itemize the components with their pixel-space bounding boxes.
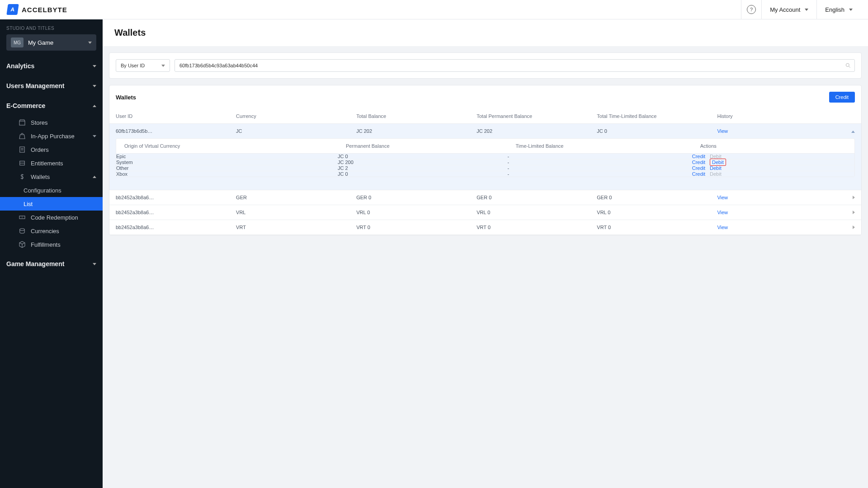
account-dropdown[interactable]: My Account xyxy=(762,0,816,19)
game-selector[interactable]: MG My Game xyxy=(6,34,96,51)
search-panel: By User ID xyxy=(109,52,862,79)
cell-total: VRL 0 xyxy=(350,205,470,220)
chevron-down-icon xyxy=(805,9,808,11)
nav-label: Currencies xyxy=(31,228,59,235)
chevron-down-icon xyxy=(93,263,96,265)
svg-point-9 xyxy=(20,229,25,231)
cell-permanent: VRT 0 xyxy=(470,220,590,235)
header-right: ? My Account English xyxy=(741,0,861,19)
brand-name: ACCELBYTE xyxy=(22,6,67,14)
wallet-row[interactable]: 60fb173b6d5b…JCJC 202JC 202JC 0View xyxy=(109,124,861,139)
nav-wallets-configurations[interactable]: Configurations xyxy=(0,183,103,197)
view-history-link[interactable]: View xyxy=(717,128,728,134)
cell-currency: VRT xyxy=(230,220,350,235)
nav-analytics[interactable]: Analytics xyxy=(0,56,103,76)
cell-origin: Xbox xyxy=(116,171,338,177)
view-history-link[interactable]: View xyxy=(717,195,728,200)
chevron-up-icon[interactable] xyxy=(851,131,855,133)
help-icon: ? xyxy=(747,5,756,14)
nav-ecommerce[interactable]: E-Commerce xyxy=(0,96,103,116)
ticket-icon xyxy=(18,213,26,221)
bag-icon xyxy=(18,132,26,140)
sidebar: STUDIO AND TITLES MG My Game Analytics U… xyxy=(0,19,103,488)
credit-action[interactable]: Credit xyxy=(692,160,705,165)
chevron-down-icon xyxy=(161,65,165,67)
search-input[interactable] xyxy=(175,59,855,72)
col-permanent-balance: Permanent Balance xyxy=(338,139,508,154)
nav-orders[interactable]: Orders xyxy=(0,143,103,156)
svg-line-12 xyxy=(849,66,850,68)
language-dropdown[interactable]: English xyxy=(817,0,861,19)
credit-action[interactable]: Credit xyxy=(692,171,705,177)
nav-wallets[interactable]: Wallets xyxy=(0,170,103,183)
cell-permanent-balance: JC 200 xyxy=(338,160,508,165)
nav-users-management[interactable]: Users Management xyxy=(0,76,103,96)
cell-user-id: bb2452a3b8a6… xyxy=(109,190,230,205)
wallet-row[interactable]: bb2452a3b8a6…VRLVRL 0VRL 0VRL 0View xyxy=(109,205,861,220)
nav-label: Users Management xyxy=(6,82,64,89)
cell-total: VRT 0 xyxy=(350,220,470,235)
nav-label: Fulfillments xyxy=(31,241,61,248)
nav-code-redemption[interactable]: Code Redemption xyxy=(0,211,103,224)
credit-button[interactable]: Credit xyxy=(829,92,855,103)
chevron-right-icon[interactable] xyxy=(853,211,855,214)
cell-permanent: VRL 0 xyxy=(470,205,590,220)
cell-currency: GER xyxy=(230,190,350,205)
view-history-link[interactable]: View xyxy=(717,225,728,230)
nav-label: List xyxy=(24,201,33,207)
nav-currencies[interactable]: Currencies xyxy=(0,224,103,238)
wallet-row[interactable]: bb2452a3b8a6…GERGER 0GER 0GER 0View xyxy=(109,190,861,205)
nested-row: EpicJC 0-CreditDebit xyxy=(116,154,854,160)
cell-origin: Other xyxy=(116,165,338,171)
help-button[interactable]: ? xyxy=(741,0,761,19)
wallet-row[interactable]: bb2452a3b8a6…VRTVRT 0VRT 0VRT 0View xyxy=(109,220,861,235)
cell-origin: System xyxy=(116,160,338,165)
debit-action[interactable]: Debit xyxy=(710,159,726,166)
nav-stores[interactable]: Stores xyxy=(0,116,103,129)
cell-total: JC 202 xyxy=(350,124,470,139)
wallets-panel: Wallets Credit User ID Currency Total Ba… xyxy=(109,85,862,235)
nav-game-management[interactable]: Game Management xyxy=(0,254,103,274)
key-icon xyxy=(18,159,26,167)
cell-user-id: 60fb173b6d5b… xyxy=(109,124,230,139)
col-time-limited-balance: Time-Limited Balance xyxy=(507,139,692,154)
search-filter-label: By User ID xyxy=(121,63,145,68)
nested-row: OtherJC 2-CreditDebit xyxy=(116,165,854,171)
cell-permanent-balance: JC 0 xyxy=(338,154,508,160)
game-name: My Game xyxy=(28,39,84,46)
logo-mark-icon: A xyxy=(6,4,19,15)
nav-entitlements[interactable]: Entitlements xyxy=(0,156,103,170)
chevron-up-icon xyxy=(93,176,96,178)
cell-time-limited-balance: - xyxy=(507,160,692,165)
cell-time-limited-balance: - xyxy=(507,154,692,160)
cell-time-limited-balance: - xyxy=(507,171,692,177)
search-filter-select[interactable]: By User ID xyxy=(116,59,170,72)
view-history-link[interactable]: View xyxy=(717,210,728,215)
search-icon[interactable] xyxy=(845,62,851,69)
account-label: My Account xyxy=(770,6,800,13)
cell-currency: JC xyxy=(230,124,350,139)
cell-user-id: bb2452a3b8a6… xyxy=(109,220,230,235)
app-header: A ACCELBYTE ? My Account English xyxy=(0,0,868,19)
cell-time-limited: VRT 0 xyxy=(590,220,711,235)
chevron-right-icon[interactable] xyxy=(853,196,855,199)
cell-total: GER 0 xyxy=(350,190,470,205)
chevron-right-icon[interactable] xyxy=(853,225,855,229)
cell-time-limited: GER 0 xyxy=(590,190,711,205)
nav-in-app-purchase[interactable]: In-App Purchase xyxy=(0,129,103,143)
nav-fulfillments[interactable]: Fulfillments xyxy=(0,238,103,251)
cell-time-limited: VRL 0 xyxy=(590,205,711,220)
cell-permanent-balance: JC 2 xyxy=(338,165,508,171)
col-total-permanent: Total Permanent Balance xyxy=(470,109,590,124)
nav-label: Game Management xyxy=(6,260,64,267)
col-user-id: User ID xyxy=(109,109,230,124)
nav-wallets-list[interactable]: List xyxy=(0,197,103,211)
brand-logo[interactable]: A ACCELBYTE xyxy=(7,4,67,15)
credit-action[interactable]: Credit xyxy=(692,154,705,159)
nav-label: Analytics xyxy=(6,62,34,70)
svg-point-11 xyxy=(846,63,849,66)
credit-action[interactable]: Credit xyxy=(692,165,705,171)
debit-action[interactable]: Debit xyxy=(710,165,722,171)
store-icon xyxy=(18,118,26,127)
cell-permanent: JC 202 xyxy=(470,124,590,139)
